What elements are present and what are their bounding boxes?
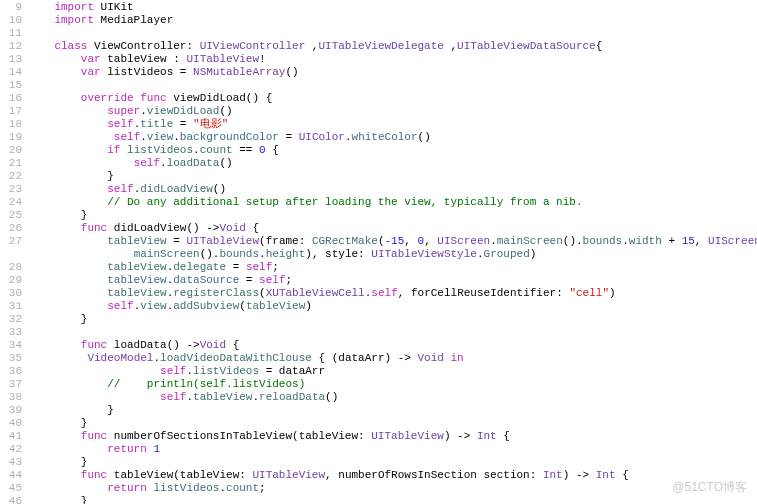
- token-kw: self: [160, 365, 186, 377]
- code-line[interactable]: self.tableView.reloadData(): [28, 390, 757, 403]
- code-line[interactable]: }: [28, 403, 757, 416]
- token-plain: {: [497, 430, 510, 442]
- token-num: 15: [682, 235, 695, 247]
- code-line[interactable]: tableView.registerClass(XUTableViewCell.…: [28, 286, 757, 299]
- code-area[interactable]: import UIKit import MediaPlayer class Vi…: [28, 0, 757, 504]
- token-type: UITableView: [186, 53, 259, 65]
- code-line[interactable]: func loadData() ->Void {: [28, 338, 757, 351]
- code-line[interactable]: self.didLoadView(): [28, 182, 757, 195]
- token-prop: listVideos: [193, 365, 259, 377]
- token-type: XUTableViewCell: [266, 287, 365, 299]
- token-plain: ;: [285, 274, 292, 286]
- code-line[interactable]: tableView.delegate = self;: [28, 260, 757, 273]
- line-number: 18: [0, 117, 22, 130]
- code-line[interactable]: self.view.addSubview(tableView): [28, 299, 757, 312]
- token-prop: tableView: [107, 235, 166, 247]
- code-line[interactable]: class ViewController: UIViewController ,…: [28, 39, 757, 52]
- code-line[interactable]: import UIKit: [28, 0, 757, 13]
- code-line[interactable]: self.view.backgroundColor = UIColor.whit…: [28, 130, 757, 143]
- line-number: 27: [0, 234, 22, 247]
- token-kw: in: [451, 352, 464, 364]
- token-kw: return: [107, 443, 147, 455]
- token-kw: func: [81, 222, 107, 234]
- line-number: 26: [0, 221, 22, 234]
- code-line[interactable]: tableView.dataSource = self;: [28, 273, 757, 286]
- code-line[interactable]: // Do any additional setup after loading…: [28, 195, 757, 208]
- code-line[interactable]: self.listVideos = dataArr: [28, 364, 757, 377]
- token-plain: (): [325, 391, 338, 403]
- token-type: Void: [219, 222, 245, 234]
- code-line[interactable]: }: [28, 494, 757, 504]
- token-prop: backgroundColor: [180, 131, 279, 143]
- token-prop: listVideos: [127, 144, 193, 156]
- code-line[interactable]: [28, 325, 757, 338]
- line-number: 45: [0, 481, 22, 494]
- line-number: 42: [0, 442, 22, 455]
- code-line[interactable]: // println(self.listVideos): [28, 377, 757, 390]
- code-line[interactable]: VideoModel.loadVideoDataWithClouse { (da…: [28, 351, 757, 364]
- code-line[interactable]: }: [28, 169, 757, 182]
- code-line[interactable]: func numberOfSectionsInTableView(tableVi…: [28, 429, 757, 442]
- code-line[interactable]: }: [28, 312, 757, 325]
- code-line[interactable]: if listVideos.count == 0 {: [28, 143, 757, 156]
- token-plain: =: [173, 118, 193, 130]
- code-editor[interactable]: 9101112131415161718192021222324252627282…: [0, 0, 757, 504]
- code-line[interactable]: func didLoadView() ->Void {: [28, 221, 757, 234]
- code-line[interactable]: return 1: [28, 442, 757, 455]
- token-kw: var: [81, 53, 101, 65]
- code-line[interactable]: import MediaPlayer: [28, 13, 757, 26]
- token-str: "cell": [569, 287, 609, 299]
- code-line[interactable]: func tableView(tableView: UITableView, n…: [28, 468, 757, 481]
- token-plain: .: [193, 144, 200, 156]
- token-plain: MediaPlayer: [94, 14, 173, 26]
- code-line[interactable]: override func viewDidLoad() {: [28, 91, 757, 104]
- code-line[interactable]: self.title = "电影": [28, 117, 757, 130]
- token-plain: ): [305, 300, 312, 312]
- line-number: 21: [0, 156, 22, 169]
- code-line[interactable]: var listVideos = NSMutableArray(): [28, 65, 757, 78]
- token-kw: func: [140, 92, 166, 104]
- code-line[interactable]: }: [28, 208, 757, 221]
- token-plain: ,: [404, 235, 417, 247]
- code-line[interactable]: [28, 26, 757, 39]
- token-plain: .: [160, 157, 167, 169]
- token-plain: }: [107, 404, 114, 416]
- token-kw: import: [54, 14, 94, 26]
- token-method: loadData: [167, 157, 220, 169]
- token-plain: [107, 131, 114, 143]
- token-plain: loadData() ->: [107, 339, 199, 351]
- token-plain: {: [226, 339, 239, 351]
- token-plain: ;: [272, 261, 279, 273]
- code-line[interactable]: }: [28, 416, 757, 429]
- token-prop: count: [226, 482, 259, 494]
- token-plain: ,: [444, 40, 457, 52]
- token-type: UITableView: [371, 430, 444, 442]
- code-line[interactable]: [28, 78, 757, 91]
- code-line[interactable]: super.viewDidLoad(): [28, 104, 757, 117]
- code-line[interactable]: self.loadData(): [28, 156, 757, 169]
- code-line[interactable]: }: [28, 455, 757, 468]
- token-method: registerClass: [173, 287, 259, 299]
- token-plain: (): [219, 105, 232, 117]
- code-line[interactable]: mainScreen().bounds.height), style: UITa…: [28, 247, 757, 260]
- token-plain: }: [81, 456, 88, 468]
- token-plain: {: [596, 40, 603, 52]
- line-number: 35: [0, 351, 22, 364]
- token-method: viewDidLoad: [147, 105, 220, 117]
- token-plain: }: [107, 170, 114, 182]
- token-num: 1: [153, 443, 160, 455]
- token-comment: // println(self.listVideos): [107, 378, 305, 390]
- token-type: Void: [200, 339, 226, 351]
- line-number: 43: [0, 455, 22, 468]
- line-number: 46: [0, 494, 22, 504]
- token-num: -15: [385, 235, 405, 247]
- token-plain: .: [140, 131, 147, 143]
- token-plain: , forCellReuseIdentifier:: [398, 287, 570, 299]
- token-plain: viewDidLoad() {: [167, 92, 273, 104]
- token-type: UITableViewDelegate: [318, 40, 443, 52]
- token-type: UIColor: [299, 131, 345, 143]
- code-line[interactable]: return listVideos.count;: [28, 481, 757, 494]
- token-plain: (: [239, 300, 246, 312]
- code-line[interactable]: var tableView : UITableView!: [28, 52, 757, 65]
- code-line[interactable]: tableView = UITableView(frame: CGRectMak…: [28, 234, 757, 247]
